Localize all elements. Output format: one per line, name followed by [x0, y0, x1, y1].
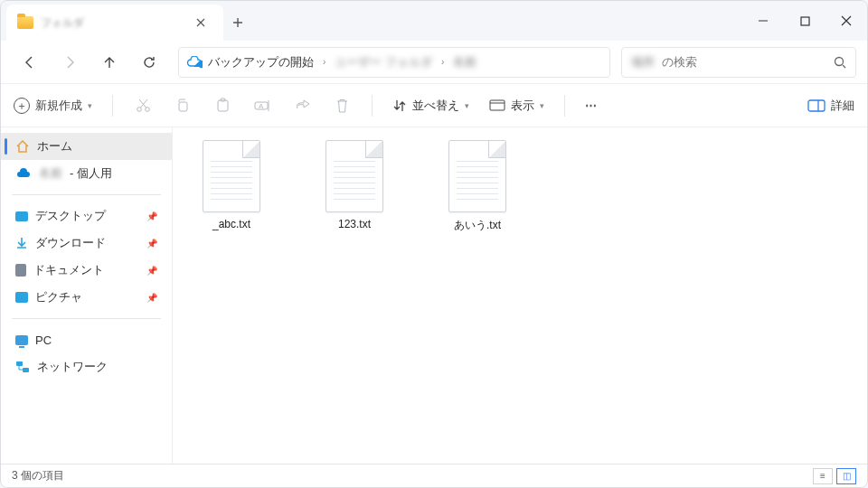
maximize-button[interactable]	[784, 1, 826, 41]
svg-text:A: A	[259, 102, 264, 110]
chevron-right-icon: ›	[438, 57, 448, 67]
sidebar-label-network: ネットワーク	[37, 359, 108, 375]
sidebar-item-pc[interactable]: PC	[1, 326, 172, 353]
text-file-icon	[448, 140, 506, 212]
separator	[112, 95, 113, 117]
chevron-down-icon: ▾	[88, 101, 92, 110]
cloud-icon	[186, 56, 203, 69]
pin-icon: 📌	[146, 293, 157, 303]
file-name: _abc.txt	[212, 218, 250, 230]
new-tab-button[interactable]	[223, 5, 252, 41]
details-view-toggle[interactable]: ≡	[813, 468, 833, 484]
separator	[12, 194, 161, 195]
chevron-right-icon: ›	[319, 57, 329, 67]
minimize-button[interactable]	[742, 1, 784, 41]
sidebar-onedrive-name: 名前	[39, 165, 62, 182]
share-icon[interactable]	[292, 96, 312, 116]
folder-icon	[17, 16, 33, 29]
home-icon	[15, 140, 30, 153]
breadcrumb-1[interactable]: ユーザー フォルダ	[335, 54, 432, 70]
svg-rect-11	[16, 361, 23, 366]
svg-rect-10	[808, 100, 825, 111]
sort-label: 並べ替え	[412, 98, 459, 114]
up-button[interactable]	[91, 46, 127, 79]
svg-point-1	[835, 57, 844, 65]
svg-rect-12	[23, 368, 29, 372]
toolbar: ＋ 新規作成 ▾ A 並べ替え ▾ 表示 ▾ ⋯ 詳細	[1, 84, 867, 127]
copy-icon[interactable]	[173, 96, 193, 116]
document-icon	[15, 264, 26, 277]
sidebar-label-pictures: ピクチャ	[35, 289, 82, 305]
sidebar-label-desktop: デスクトップ	[35, 208, 106, 224]
window-controls	[742, 1, 867, 41]
pin-icon: 📌	[146, 239, 157, 249]
sidebar-item-pictures[interactable]: ピクチャ 📌	[1, 284, 172, 311]
details-pane-button[interactable]: 詳細	[807, 98, 854, 114]
svg-point-3	[145, 108, 149, 112]
sidebar: ホーム 名前 - 個人用 デスクトップ 📌 ダウンロード 📌 ドキュメント 📌 …	[1, 127, 173, 464]
desktop-icon	[15, 211, 28, 221]
pictures-icon	[15, 292, 28, 303]
separator	[564, 95, 565, 117]
icons-view-toggle[interactable]: ◫	[836, 468, 856, 484]
search-input[interactable]: 場所 の検索	[621, 47, 856, 78]
sidebar-item-onedrive[interactable]: 名前 - 個人用	[1, 160, 172, 187]
svg-rect-4	[179, 102, 187, 111]
more-button[interactable]: ⋯	[585, 99, 599, 112]
view-button[interactable]: 表示 ▾	[489, 98, 544, 114]
chevron-down-icon: ▾	[465, 101, 469, 110]
active-tab[interactable]: フォルダ	[6, 5, 223, 41]
separator	[372, 95, 373, 117]
download-icon	[15, 237, 28, 249]
sidebar-label-documents: ドキュメント	[33, 262, 104, 278]
titlebar: フォルダ	[1, 1, 867, 41]
sidebar-item-downloads[interactable]: ダウンロード 📌	[1, 230, 172, 257]
pin-icon: 📌	[146, 266, 157, 276]
item-count: 3 個の項目	[12, 468, 64, 483]
view-toggles: ≡ ◫	[813, 468, 856, 484]
sidebar-item-desktop[interactable]: デスクトップ 📌	[1, 202, 172, 230]
details-pane-icon	[807, 99, 826, 112]
sidebar-onedrive-suffix: - 個人用	[70, 165, 112, 182]
search-suffix: の検索	[662, 54, 697, 70]
search-icon	[834, 56, 846, 69]
plus-circle-icon: ＋	[14, 98, 30, 114]
tab-title: フォルダ	[41, 15, 182, 31]
sidebar-item-documents[interactable]: ドキュメント 📌	[1, 257, 172, 284]
file-name: あいう.txt	[454, 218, 501, 233]
file-name: 123.txt	[338, 218, 371, 230]
sidebar-label-pc: PC	[35, 333, 52, 347]
close-window-button[interactable]	[826, 1, 867, 41]
sidebar-label-downloads: ダウンロード	[35, 235, 106, 251]
search-scope: 場所	[631, 54, 655, 70]
status-bar: 3 個の項目 ≡ ◫	[1, 464, 867, 487]
breadcrumb-backup[interactable]: バックアップの開始	[208, 54, 314, 70]
refresh-button[interactable]	[131, 46, 167, 79]
delete-icon[interactable]	[332, 96, 352, 116]
cloud-icon	[15, 168, 32, 179]
separator	[12, 318, 161, 319]
svg-rect-5	[218, 100, 228, 111]
text-file-icon	[203, 140, 260, 212]
svg-rect-0	[801, 17, 809, 25]
breadcrumb-2[interactable]: 名前	[453, 54, 476, 70]
rename-icon[interactable]: A	[252, 96, 272, 116]
file-item[interactable]: あいう.txt	[437, 140, 518, 451]
sidebar-item-home[interactable]: ホーム	[1, 133, 172, 160]
cut-icon[interactable]	[133, 96, 153, 116]
address-bar[interactable]: バックアップの開始 › ユーザー フォルダ › 名前	[178, 47, 610, 78]
file-item[interactable]: 123.txt	[314, 140, 395, 451]
view-label: 表示	[511, 98, 534, 114]
sidebar-item-network[interactable]: ネットワーク	[1, 353, 172, 380]
sidebar-label-home: ホーム	[37, 138, 72, 155]
sort-button[interactable]: 並べ替え ▾	[392, 98, 469, 114]
details-label: 詳細	[831, 98, 854, 114]
forward-button[interactable]	[52, 46, 88, 79]
text-file-icon	[326, 140, 383, 212]
file-pane[interactable]: _abc.txt 123.txt あいう.txt	[173, 127, 867, 464]
paste-icon[interactable]	[212, 96, 232, 116]
close-tab-button[interactable]	[189, 11, 212, 34]
file-item[interactable]: _abc.txt	[191, 140, 272, 451]
new-button[interactable]: ＋ 新規作成 ▾	[14, 98, 92, 114]
back-button[interactable]	[12, 46, 48, 79]
